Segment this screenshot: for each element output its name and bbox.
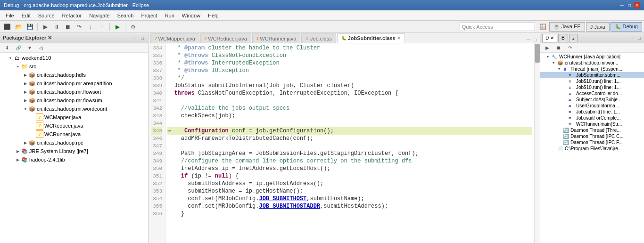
debug-item-cprogram[interactable]: 📄 C:\Program Files\Java\jre... bbox=[540, 146, 644, 152]
debug-label-accesscontroller: AccessController.do... bbox=[576, 91, 622, 96]
tree-item-jre[interactable]: ▶ 📚 JRE System Library [jre7] bbox=[0, 147, 148, 155]
maximize-button[interactable]: □ bbox=[626, 2, 633, 8]
tree-item-src[interactable]: ▾ 📁 src bbox=[0, 62, 148, 71]
tab-wcmapper[interactable]: J WCMapper.java bbox=[150, 33, 199, 43]
debug-item-package[interactable]: ▾ 📦 cn.itcast.hadoop.mr.wor... bbox=[540, 60, 644, 66]
debug-item-job10-1[interactable]: ≡ Job$10.run() line: 1... bbox=[540, 78, 644, 84]
panel-minimize[interactable]: ─ bbox=[132, 35, 138, 41]
tab-job[interactable]: C Job.class bbox=[301, 33, 336, 43]
tree-item-hadoop[interactable]: ▶ 📚 hadoop-2.4.1lib bbox=[0, 155, 148, 164]
debug-item-daemon3[interactable]: 🔄 Daemon Thread [IPC F... bbox=[540, 139, 644, 146]
linenum-338: 338 bbox=[151, 74, 162, 82]
debug-toolbar-btn3[interactable]: ↷ bbox=[565, 43, 575, 53]
panel-maximize[interactable]: □ bbox=[140, 35, 145, 41]
debug-item-subject[interactable]: ≡ Subject.doAs(Subje... bbox=[540, 97, 644, 103]
tab-jobsubmitter[interactable]: 🐛 JobSubmitter.class ✕ bbox=[337, 33, 405, 43]
debug-panel-minimize[interactable]: ─ bbox=[629, 35, 636, 41]
tree-item-weekend110[interactable]: ▾ 🗂 weekend110 bbox=[0, 54, 148, 62]
perspective-java[interactable]: J Java bbox=[586, 22, 610, 32]
tree-item-rpc[interactable]: ▶ 📦 cn.itcast.hadoop.rpc bbox=[0, 138, 148, 147]
debug-item-wcrunner-main[interactable]: ≡ WCRunner.main(Str... bbox=[540, 121, 644, 127]
editor-scrollbar[interactable] bbox=[534, 43, 540, 243]
run-button[interactable]: ▶ bbox=[112, 22, 123, 32]
code-line-335: * @throws ClassNotFoundException bbox=[167, 52, 532, 59]
view-menu-button[interactable]: ▼ bbox=[25, 43, 35, 53]
link-editor-button[interactable]: 🔗 bbox=[13, 43, 24, 53]
code-content[interactable]: * @param cluster the handle to the Clust… bbox=[165, 43, 534, 243]
menu-navigate[interactable]: Navigate bbox=[85, 12, 113, 19]
debug-item-usergroup[interactable]: ≡ UserGroupInforma... bbox=[540, 103, 644, 109]
menu-search[interactable]: Search bbox=[114, 12, 138, 19]
debug-stop[interactable]: ⏹ bbox=[63, 22, 73, 32]
code-line-352: submitHostAddress = ip.getHostAddress(); bbox=[167, 180, 532, 187]
perspective-icon[interactable]: 🪟 bbox=[538, 22, 548, 32]
perspective-java-ee[interactable]: ☕ Java EE bbox=[549, 22, 585, 32]
linenum-350: 350 bbox=[151, 165, 162, 172]
tree-label-wcreducer: WCReducer.java bbox=[44, 123, 83, 129]
tree-label-wcrunner: WCRunner.java bbox=[44, 131, 81, 137]
tab-wcreducer[interactable]: J WCReducer.java bbox=[200, 33, 251, 43]
menu-run[interactable]: Run bbox=[161, 12, 178, 19]
debug-item-accesscontroller[interactable]: ≡ AccessController.do... bbox=[540, 90, 644, 97]
debug-item-jobsubmitter[interactable]: ≡ JobSubmitter.subm... bbox=[540, 72, 644, 78]
editor-minimize[interactable]: ─ bbox=[525, 37, 531, 43]
debug-toolbar-btn1[interactable]: ▶ bbox=[542, 43, 553, 53]
debug-stack-icon-8: ≡ bbox=[569, 116, 575, 121]
debug-stepreturn[interactable]: ↑ bbox=[97, 22, 107, 32]
editor-scrollbar-thumb[interactable] bbox=[535, 44, 540, 63]
tree-item-hdfs[interactable]: ▶ 📦 cn.itcast.hadoop.hdfs bbox=[0, 71, 148, 79]
menu-help[interactable]: Help bbox=[204, 12, 223, 19]
tab-close-icon[interactable]: ✕ bbox=[397, 36, 401, 40]
tree-label-areapartition: cn.itcast.hadoop.mr.areapartition bbox=[37, 81, 112, 86]
debug-item-jobsubmit[interactable]: ≡ Job.submit() line: 1... bbox=[540, 109, 644, 115]
debug-stack-icon-2: ≡ bbox=[569, 79, 575, 84]
menu-project[interactable]: Project bbox=[137, 12, 161, 19]
debug-tab-d[interactable]: D ✕ bbox=[542, 34, 557, 42]
editor-maximize[interactable]: □ bbox=[532, 37, 538, 43]
debug-tab-b[interactable]: B bbox=[558, 34, 568, 42]
open-button[interactable]: 📂 bbox=[13, 22, 24, 32]
menu-window[interactable]: Window bbox=[178, 12, 204, 19]
toolbar-more[interactable]: ⚙ bbox=[128, 22, 138, 32]
tree-item-wcreducer[interactable]: J WCReducer.java bbox=[0, 122, 148, 130]
tab-label-job: Job.class bbox=[310, 36, 332, 41]
debug-toolbar-btn2[interactable]: ⏹ bbox=[553, 43, 564, 53]
debug-daemon-icon-1: 🔄 bbox=[563, 128, 570, 133]
debug-item-daemon1[interactable]: 🔄 Daemon Thread [Thre... bbox=[540, 127, 644, 133]
tree-item-areapartition[interactable]: ▶ 📦 cn.itcast.hadoop.mr.areapartition bbox=[0, 79, 148, 88]
debug-daemon-icon-2: 🔄 bbox=[563, 134, 570, 139]
minimize-button[interactable]: ─ bbox=[619, 2, 625, 8]
debug-item-jobwait[interactable]: ≡ Job.waitForComple... bbox=[540, 115, 644, 121]
save-button[interactable]: 💾 bbox=[25, 22, 35, 32]
tree-item-flowsort[interactable]: ▶ 📦 cn.itcast.hadoop.mr.flowsort bbox=[0, 88, 148, 96]
collapse-all-button[interactable]: ⬇ bbox=[2, 43, 12, 53]
tree-item-wcrunner[interactable]: J WCRunner.java bbox=[0, 130, 148, 138]
debug-item-job10-2[interactable]: ≡ Job$10.run() line: 1... bbox=[540, 84, 644, 90]
back-button[interactable]: ◁ bbox=[36, 43, 46, 53]
linenum-334: 334 bbox=[151, 44, 162, 52]
menu-file[interactable]: File bbox=[2, 12, 18, 19]
menu-refactor[interactable]: Refactor bbox=[58, 12, 86, 19]
main-layout: Package Explorer ✕ ─ □ ⬇ 🔗 ▼ ◁ ▾ 🗂 weeke… bbox=[0, 33, 644, 243]
debug-item-daemon2[interactable]: 🔄 Daemon Thread [IPC C... bbox=[540, 133, 644, 139]
perspective-debug[interactable]: 🐛 Debug bbox=[611, 22, 642, 32]
quick-access-box[interactable]: Quick Access bbox=[460, 23, 535, 31]
new-button[interactable]: ⬛ bbox=[2, 22, 12, 32]
debug-resume[interactable]: ▶ bbox=[40, 22, 50, 32]
tree-item-flowsum[interactable]: ▶ 📦 cn.itcast.hadoop.mr.flowsum bbox=[0, 96, 148, 105]
menu-edit[interactable]: Edit bbox=[18, 12, 34, 19]
tree-item-wcmapper[interactable]: J WCMapper.java bbox=[0, 113, 148, 122]
debug-item-wcrunner-app[interactable]: ▾ 🔧 WCRunner [Java Application] bbox=[540, 54, 644, 60]
tree-item-wordcount[interactable]: ▾ 📦 cn.itcast.hadoop.mr.wordcount bbox=[0, 105, 148, 113]
close-button[interactable]: ✕ bbox=[634, 2, 640, 8]
code-line-344 bbox=[167, 120, 532, 127]
debug-stepover[interactable]: ↷ bbox=[74, 22, 84, 32]
debug-item-thread-main[interactable]: ▾ ⏸ Thread [main] (Suspen... bbox=[540, 66, 644, 72]
code-line-336: * @throws InterruptedException bbox=[167, 59, 532, 67]
debug-tab-2[interactable]: ₂ bbox=[569, 34, 578, 42]
tab-wcrunner[interactable]: J WCRunner.java bbox=[252, 33, 301, 43]
debug-panel-maximize[interactable]: □ bbox=[636, 35, 642, 41]
debug-suspend[interactable]: ⏸ bbox=[51, 22, 62, 32]
debug-stepinto[interactable]: ↓ bbox=[85, 22, 96, 32]
menu-source[interactable]: Source bbox=[34, 12, 58, 19]
